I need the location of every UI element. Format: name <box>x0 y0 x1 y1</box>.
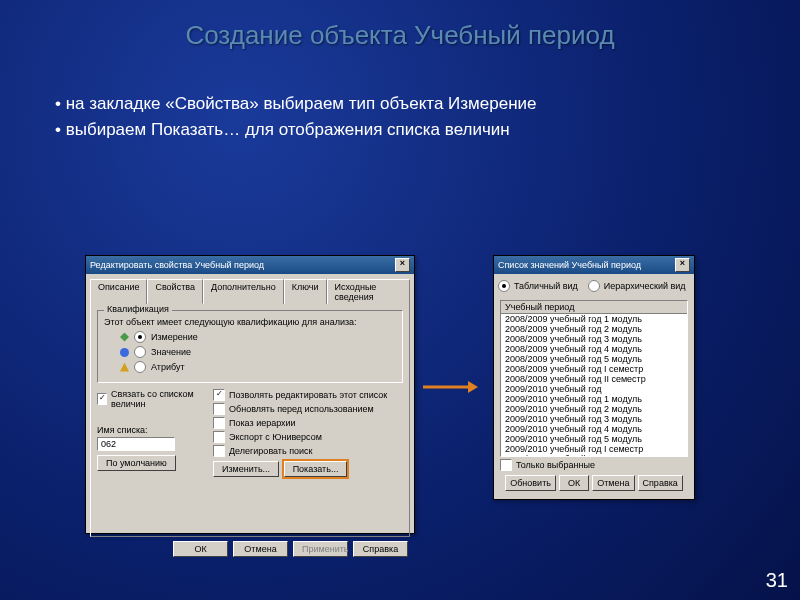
chk-label: Показ иерархии <box>229 418 296 428</box>
values-list-dialog: Список значений Учебный период × Табличн… <box>493 255 695 500</box>
list-item[interactable]: 2008/2009 учебный год 1 модуль <box>501 314 687 324</box>
radio-label: Атрибут <box>151 362 185 372</box>
list-item[interactable]: 2009/2010 учебный год 5 модуль <box>501 434 687 444</box>
list-name-label: Имя списка: <box>97 425 207 435</box>
value-icon <box>120 348 129 357</box>
chk-label: Позволять редактировать этот список <box>229 390 387 400</box>
titlebar: Редактировать свойства Учебный период × <box>86 256 414 274</box>
radio-label: Значение <box>151 347 191 357</box>
slide-title: Создание объекта Учебный период <box>0 0 800 51</box>
tab-description[interactable]: Описание <box>90 279 147 304</box>
radio-label: Измерение <box>151 332 198 342</box>
list-item[interactable]: 2009/2010 учебный год 4 модуль <box>501 424 687 434</box>
bullet-2: • выбираем Показать… для отображения спи… <box>55 117 800 143</box>
show-highlight: Показать... <box>282 459 350 479</box>
list-item[interactable]: 2008/2009 учебный год 4 модуль <box>501 344 687 354</box>
chk-label: Связать со списком величин <box>111 389 207 409</box>
chk-delegate[interactable]: Делегировать поиск <box>213 445 403 457</box>
view-toggle: Табличный вид Иерархический вид <box>494 274 694 298</box>
list-item[interactable]: 2009/2010 учебный год I семестр <box>501 444 687 454</box>
page-number: 31 <box>766 569 788 592</box>
checkbox-icon: ✓ <box>213 389 225 401</box>
default-button[interactable]: По умолчанию <box>97 455 176 471</box>
list-item[interactable]: 2009/2010 учебный год <box>501 384 687 394</box>
view-label: Табличный вид <box>514 281 578 291</box>
close-icon[interactable]: × <box>395 258 410 272</box>
radio-dot <box>588 280 600 292</box>
arrow-icon <box>423 380 478 394</box>
cancel-button[interactable]: Отмена <box>233 541 288 557</box>
chk-label: Делегировать поиск <box>229 446 313 456</box>
cancel-button[interactable]: Отмена <box>592 475 634 491</box>
attribute-icon <box>120 363 129 372</box>
apply-button[interactable]: Применить <box>293 541 348 557</box>
chk-link-list[interactable]: ✓Связать со списком величин <box>97 389 207 409</box>
list-item[interactable]: 2009/2010 учебный год II семестр <box>501 454 687 457</box>
close-icon[interactable]: × <box>675 258 690 272</box>
dimension-icon <box>120 333 129 342</box>
view-table[interactable]: Табличный вид <box>498 280 578 292</box>
list-item[interactable]: 2009/2010 учебный год 2 модуль <box>501 404 687 414</box>
radio-attribute[interactable]: Атрибут <box>120 361 396 373</box>
checkbox-icon: ✓ <box>97 393 107 405</box>
checkbox-icon <box>213 417 225 429</box>
tab-body: Квалификация Этот объект имеет следующую… <box>90 303 410 537</box>
dialog-title: Список значений Учебный период <box>498 260 675 270</box>
ok-button[interactable]: ОК <box>173 541 228 557</box>
tabs: Описание Свойства Дополнительно Ключи Ис… <box>90 278 410 303</box>
chk-hierarchy[interactable]: Показ иерархии <box>213 417 403 429</box>
dialog-title: Редактировать свойства Учебный период <box>90 260 395 270</box>
column-header[interactable]: Учебный период <box>501 301 687 314</box>
list-item[interactable]: 2008/2009 учебный год 3 модуль <box>501 334 687 344</box>
tab-properties[interactable]: Свойства <box>147 279 203 304</box>
list-item[interactable]: 2008/2009 учебный год I семестр <box>501 364 687 374</box>
radio-dimension[interactable]: Измерение <box>120 331 396 343</box>
help-button[interactable]: Справка <box>353 541 408 557</box>
tab-additional[interactable]: Дополнительно <box>203 279 284 304</box>
bullet-1: • на закладке «Свойства» выбираем тип об… <box>55 91 800 117</box>
refresh-button[interactable]: Обновить <box>505 475 556 491</box>
titlebar: Список значений Учебный период × <box>494 256 694 274</box>
chk-only-selected[interactable]: Только выбранные <box>500 459 688 471</box>
group-label: Квалификация <box>104 304 172 314</box>
list-item[interactable]: 2008/2009 учебный год 5 модуль <box>501 354 687 364</box>
radio-dot <box>498 280 510 292</box>
group-desc: Этот объект имеет следующую квалификацию… <box>104 317 396 327</box>
radio-dot <box>134 331 146 343</box>
view-label: Иерархический вид <box>604 281 686 291</box>
radio-value[interactable]: Значение <box>120 346 396 358</box>
radio-dot <box>134 361 146 373</box>
chk-refresh[interactable]: Обновлять перед использованием <box>213 403 403 415</box>
list-item[interactable]: 2008/2009 учебный год II семестр <box>501 374 687 384</box>
show-button[interactable]: Показать... <box>284 461 348 477</box>
edit-button[interactable]: Изменить... <box>213 461 279 477</box>
radio-dot <box>134 346 146 358</box>
help-button[interactable]: Справка <box>638 475 683 491</box>
tab-source[interactable]: Исходные сведения <box>327 279 411 304</box>
list-name-input[interactable]: 062 <box>97 437 175 451</box>
edit-properties-dialog: Редактировать свойства Учебный период × … <box>85 255 415 534</box>
list-item[interactable]: 2009/2010 учебный год 3 модуль <box>501 414 687 424</box>
chk-allow-edit[interactable]: ✓Позволять редактировать этот список <box>213 389 403 401</box>
chk-label: Экспорт с Юниверсом <box>229 432 322 442</box>
view-hier[interactable]: Иерархический вид <box>588 280 686 292</box>
list-item[interactable]: 2008/2009 учебный год 2 модуль <box>501 324 687 334</box>
values-list[interactable]: Учебный период 2008/2009 учебный год 1 м… <box>500 300 688 457</box>
list-item[interactable]: 2009/2010 учебный год 1 модуль <box>501 394 687 404</box>
ok-button[interactable]: ОК <box>559 475 589 491</box>
bullets: • на закладке «Свойства» выбираем тип об… <box>55 91 800 142</box>
dialog-footer: Обновить ОК Отмена Справка <box>500 475 688 491</box>
checkbox-icon <box>213 431 225 443</box>
chk-label: Только выбранные <box>516 460 595 470</box>
tab-keys[interactable]: Ключи <box>284 279 327 304</box>
checkbox-icon <box>213 403 225 415</box>
checkbox-icon <box>500 459 512 471</box>
svg-marker-1 <box>468 381 478 393</box>
qualification-group: Квалификация Этот объект имеет следующую… <box>97 310 403 383</box>
dialog-footer: ОК Отмена Применить Справка <box>92 541 408 557</box>
chk-label: Обновлять перед использованием <box>229 404 374 414</box>
chk-export[interactable]: Экспорт с Юниверсом <box>213 431 403 443</box>
checkbox-icon <box>213 445 225 457</box>
